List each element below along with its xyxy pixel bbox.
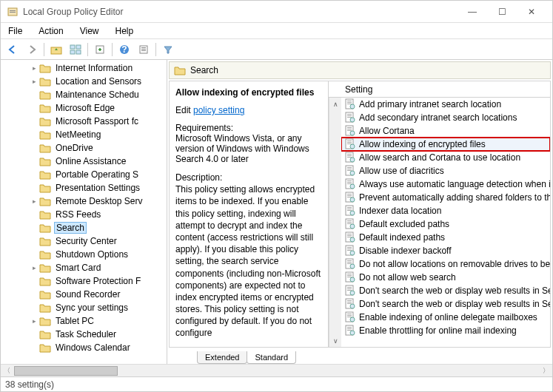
scroll-thumb[interactable] <box>14 366 118 376</box>
main-area: ▸Internet Information ▸Location and Sens… <box>1 60 552 364</box>
svg-rect-58 <box>347 210 352 211</box>
export-icon[interactable] <box>91 41 109 58</box>
tree-item[interactable]: ▸Smart Card <box>1 261 167 274</box>
svg-rect-33 <box>347 143 352 144</box>
view-options-icon[interactable] <box>67 41 84 58</box>
tree-item-label: Internet Information <box>54 63 134 73</box>
tree-item[interactable]: Microsoft Edge <box>1 101 167 115</box>
list-item[interactable]: Add secondary intranet search locations <box>341 111 550 124</box>
list-item[interactable]: Prevent automatically adding shared fold… <box>341 191 550 204</box>
tree-item[interactable]: Portable Operating S <box>1 168 167 181</box>
list-item-label: Do not allow locations on removable driv… <box>359 259 550 269</box>
tree-item[interactable]: Sound Recorder <box>1 288 167 301</box>
svg-rect-32 <box>347 142 352 143</box>
svg-rect-28 <box>347 130 352 131</box>
svg-rect-96 <box>347 314 352 314</box>
properties-icon[interactable] <box>135 41 153 58</box>
tree-item[interactable]: Task Scheduler <box>1 328 167 341</box>
list-item-label: Default indexed paths <box>359 232 445 243</box>
scroll-up-icon[interactable]: ∧ <box>329 98 341 110</box>
chevron-right-icon[interactable]: ▸ <box>30 78 38 85</box>
tree-pane[interactable]: ▸Internet Information ▸Location and Sens… <box>1 60 167 364</box>
back-button[interactable] <box>4 41 21 58</box>
scroll-down-icon[interactable]: ∨ <box>329 334 341 347</box>
list-item[interactable]: Allow Cortana <box>341 124 550 138</box>
maximize-button[interactable]: ☐ <box>487 1 517 22</box>
tree-item-label: Online Assistance <box>54 156 127 166</box>
tree-item[interactable]: Presentation Settings <box>1 181 167 195</box>
folder-icon <box>39 116 51 126</box>
category-title: Search <box>190 65 218 75</box>
tree-item[interactable]: Maintenance Schedu <box>1 88 167 101</box>
list-item[interactable]: Default indexed paths <box>341 231 550 244</box>
filter-icon[interactable] <box>159 41 177 58</box>
svg-rect-46 <box>347 180 352 181</box>
tree-item-label: Shutdown Options <box>54 249 130 260</box>
tab-standard[interactable]: Standard <box>247 351 296 364</box>
list-item[interactable]: Allow indexing of encrypted files <box>341 138 550 151</box>
policy-icon <box>344 138 356 150</box>
forward-button[interactable] <box>23 41 41 58</box>
edit-policy-link[interactable]: policy setting <box>193 105 244 115</box>
policy-icon <box>344 311 356 323</box>
list-item[interactable]: Do not allow locations on removable driv… <box>341 257 550 271</box>
tree-item[interactable]: RSS Feeds <box>1 208 167 221</box>
tree-item[interactable]: ▸Tablet PC <box>1 314 167 328</box>
close-button[interactable]: ✕ <box>517 1 546 22</box>
tree-item[interactable]: Search <box>1 221 167 234</box>
scroll-right-icon[interactable]: 〉 <box>540 365 552 376</box>
list-item[interactable]: Indexer data location <box>341 204 550 217</box>
list-item[interactable]: Disable indexer backoff <box>341 244 550 257</box>
tree-item[interactable]: Shutdown Options <box>1 248 167 261</box>
description-block: Description: This policy setting allows … <box>175 172 322 339</box>
tree-item[interactable]: OneDrive <box>1 141 167 155</box>
list-item[interactable]: Don't search the web or display web resu… <box>341 284 550 297</box>
policy-icon <box>344 298 356 310</box>
svg-rect-7 <box>76 50 81 54</box>
help-icon[interactable]: ? <box>115 41 133 58</box>
tree-item[interactable]: Security Center <box>1 234 167 248</box>
chevron-right-icon[interactable]: ▸ <box>30 264 38 271</box>
list-item[interactable]: Do not allow web search <box>341 271 550 284</box>
policy-icon <box>344 152 356 163</box>
list-item[interactable]: Always use automatic language detection … <box>341 178 550 191</box>
menu-file[interactable]: File <box>5 24 25 38</box>
list-item[interactable]: Enable indexing of online delegate mailb… <box>341 311 550 324</box>
chevron-right-icon[interactable]: ▸ <box>30 317 38 325</box>
horizontal-scrollbar[interactable]: 〈 〉 <box>1 364 552 376</box>
folder-up-icon[interactable] <box>47 41 65 58</box>
minimize-button[interactable]: — <box>458 1 487 22</box>
chevron-right-icon[interactable]: ▸ <box>30 64 38 72</box>
chevron-right-icon[interactable]: ▸ <box>30 197 38 205</box>
list-item[interactable]: Default excluded paths <box>341 217 550 231</box>
list-header[interactable]: Setting <box>329 81 550 98</box>
menu-action[interactable]: Action <box>36 24 66 38</box>
svg-rect-62 <box>347 222 352 223</box>
list-item[interactable]: Don't search the web or display web resu… <box>341 297 550 311</box>
svg-rect-18 <box>347 104 352 104</box>
list-item[interactable]: Add primary intranet search location <box>341 98 550 111</box>
scroll-left-icon[interactable]: 〈 <box>1 365 13 376</box>
tree-item[interactable]: ▸Location and Sensors <box>1 75 167 88</box>
tree-item[interactable]: Sync your settings <box>1 301 167 314</box>
list-left-scroll[interactable]: ∧ ∨ <box>329 98 341 347</box>
tree-item[interactable]: ▸Remote Desktop Serv <box>1 195 167 208</box>
list-item-label: Prevent automatically adding shared fold… <box>359 192 550 203</box>
svg-rect-36 <box>347 154 352 155</box>
list-item[interactable]: Allow use of diacritics <box>341 164 550 178</box>
menu-view[interactable]: View <box>77 24 102 38</box>
tree-item[interactable]: Windows Calendar <box>1 341 167 354</box>
list-item[interactable]: Allow search and Cortana to use location <box>341 151 550 164</box>
tree-item[interactable]: NetMeeting <box>1 128 167 141</box>
tree-item[interactable]: Software Protection F <box>1 274 167 288</box>
svg-rect-91 <box>347 300 352 301</box>
tree-item[interactable]: ▸Internet Information <box>1 61 167 75</box>
tab-extended[interactable]: Extended <box>197 351 247 364</box>
list-item[interactable]: Enable throttling for online mail indexi… <box>341 324 550 337</box>
menu-help[interactable]: Help <box>113 24 137 38</box>
tree-item[interactable]: Online Assistance <box>1 155 167 168</box>
folder-icon <box>39 89 51 100</box>
tree-item[interactable]: Microsoft Passport fc <box>1 115 167 128</box>
folder-icon <box>39 236 51 246</box>
tree-item-label: Software Protection F <box>54 276 142 286</box>
